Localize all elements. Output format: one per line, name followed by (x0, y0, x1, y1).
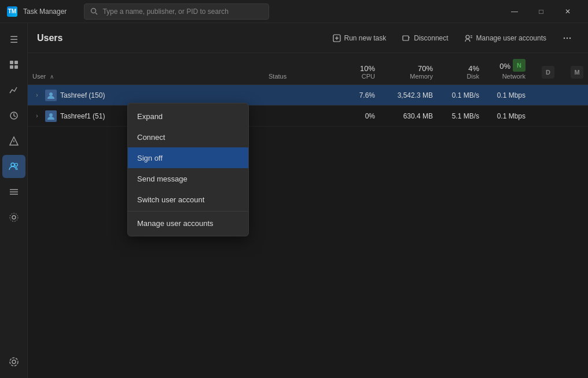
performance-icon (9, 85, 19, 95)
main-layout: ☰ (0, 23, 588, 378)
cell-network: 0.1 Mbps (484, 112, 530, 120)
close-button[interactable]: ✕ (554, 2, 581, 21)
col-header-d: D (530, 64, 559, 82)
details-icon (9, 187, 19, 197)
svg-point-14 (12, 216, 16, 219)
svg-point-0 (91, 9, 96, 13)
disconnect-button[interactable]: Disconnect (395, 29, 455, 47)
col-header-network: 0% N Network (484, 57, 530, 82)
app-icon: TM (7, 6, 17, 17)
table-row[interactable]: › Tashreef (150) 7.6% 3,542.3 MB 0.1 MB/… (28, 85, 588, 106)
col-header-disk: 4% Disk (438, 62, 484, 82)
users-table: User ∧ Status 10% CPU 70% Memory 4% (28, 53, 588, 378)
run-icon (333, 34, 341, 42)
svg-point-28 (569, 37, 571, 38)
cell-cpu: 7.6% (333, 91, 380, 99)
col-header-memory: 70% Memory (380, 62, 438, 82)
context-menu: Expand Connect Sign off Send message Swi… (127, 103, 249, 236)
svg-point-15 (10, 213, 18, 221)
window-controls: — □ ✕ (501, 2, 581, 21)
context-menu-switch-user[interactable]: Switch user account (128, 189, 248, 210)
svg-point-17 (10, 358, 18, 366)
context-menu-send-message[interactable]: Send message (128, 168, 248, 189)
svg-point-10 (14, 164, 17, 166)
svg-point-29 (49, 92, 53, 96)
col-header-cpu: 10% CPU (333, 62, 380, 82)
m-badge: M (571, 66, 583, 79)
svg-rect-5 (14, 65, 18, 69)
svg-point-9 (11, 163, 14, 166)
svg-point-27 (567, 37, 568, 38)
user-avatar (45, 110, 57, 122)
title-bar: TM Task Manager Type a name, publisher, … (0, 0, 588, 23)
user-avatar (45, 90, 57, 101)
run-new-task-button[interactable]: Run new task (326, 29, 394, 47)
svg-rect-21 (403, 36, 409, 40)
svg-rect-2 (10, 61, 13, 64)
manage-user-accounts-button[interactable]: Manage user accounts (458, 29, 553, 47)
more-options-icon (563, 34, 572, 43)
col-header-status: Status (264, 71, 333, 82)
startup-icon (9, 136, 19, 146)
sidebar-item-services[interactable] (2, 206, 25, 229)
svg-point-26 (564, 37, 565, 38)
cell-disk: 5.1 MB/s (438, 112, 484, 120)
cell-network: 0.1 Mbps (484, 91, 530, 99)
svg-point-16 (12, 360, 16, 364)
cell-memory: 3,542.3 MB (380, 91, 438, 99)
sidebar-item-users[interactable] (2, 155, 25, 178)
sidebar-item-menu[interactable]: ☰ (2, 28, 25, 51)
settings-icon (9, 357, 19, 367)
sidebar-item-history[interactable] (2, 104, 25, 127)
col-header-user: User ∧ (28, 71, 264, 82)
more-options-button[interactable] (556, 29, 579, 47)
svg-point-30 (49, 113, 53, 117)
sidebar: ☰ (0, 23, 28, 378)
cell-memory: 630.4 MB (380, 112, 438, 120)
context-menu-separator (128, 211, 248, 212)
manage-icon (465, 34, 473, 42)
app-title: Task Manager (23, 8, 67, 16)
svg-line-1 (95, 13, 97, 14)
services-icon (9, 212, 19, 223)
page-title: Users (37, 33, 63, 43)
svg-rect-3 (14, 61, 18, 64)
context-menu-expand[interactable]: Expand (128, 106, 248, 127)
disconnect-icon (402, 34, 410, 42)
sidebar-item-settings[interactable] (2, 350, 25, 373)
network-badge: N (513, 59, 525, 72)
cell-disk: 0.1 MB/s (438, 91, 484, 99)
context-menu-connect[interactable]: Connect (128, 127, 248, 147)
sidebar-item-performance[interactable] (2, 79, 25, 102)
history-icon (9, 110, 19, 121)
context-menu-sign-off[interactable]: Sign off (128, 147, 248, 168)
svg-rect-4 (10, 65, 13, 69)
cell-user: › Tashreef (150) (28, 90, 264, 101)
d-badge: D (542, 66, 554, 79)
sidebar-item-details[interactable] (2, 180, 25, 203)
sidebar-item-overview[interactable] (2, 53, 25, 76)
col-header-m: M (559, 64, 588, 82)
svg-point-23 (466, 35, 469, 39)
toolbar: Users Run new task Disconnect (28, 23, 588, 53)
maximize-button[interactable]: □ (528, 2, 554, 21)
table-header: User ∧ Status 10% CPU 70% Memory 4% (28, 53, 588, 85)
expand-icon[interactable]: › (32, 91, 42, 100)
sidebar-item-startup[interactable] (2, 129, 25, 153)
expand-icon[interactable]: › (32, 112, 42, 121)
table-row[interactable]: › Tashreef1 (51) 0% 630.4 MB 5.1 MB/s 0.… (28, 106, 588, 127)
minimize-button[interactable]: — (501, 2, 528, 21)
context-menu-manage-accounts[interactable]: Manage user accounts (128, 213, 248, 234)
search-bar[interactable]: Type a name, publisher, or PID to search (84, 3, 269, 20)
search-placeholder: Type a name, publisher, or PID to search (102, 8, 228, 16)
content-area: Users Run new task Disconnect (28, 23, 588, 378)
overview-icon (9, 60, 19, 70)
search-icon (90, 8, 98, 15)
cell-cpu: 0% (333, 112, 380, 120)
users-icon (9, 161, 19, 172)
